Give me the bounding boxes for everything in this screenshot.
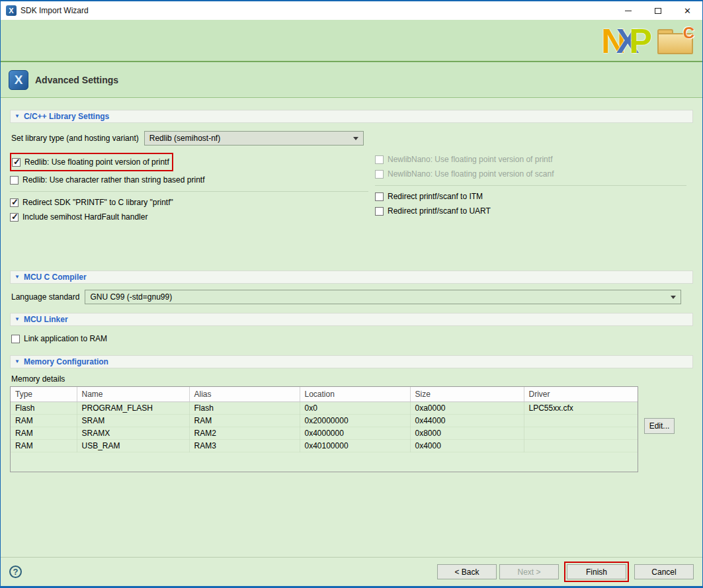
table-row[interactable]: RAMUSB_RAMRAM30x401000000x4000: [11, 439, 638, 452]
column-header-alias: Alias: [189, 387, 300, 401]
table-cell: [524, 427, 638, 439]
memory-details-label: Memory details: [11, 374, 693, 384]
table-cell: 0x40100000: [300, 439, 410, 452]
table-cell: RAM2: [189, 427, 300, 439]
language-standard-select[interactable]: GNU C99 (-std=gnu99): [85, 290, 681, 304]
table-row[interactable]: RAMSRAMXRAM20x40000000x8000: [11, 427, 638, 439]
table-cell: RAM: [189, 414, 300, 427]
separator: [375, 185, 686, 186]
checkbox-label: Redlib: Use character rather than string…: [22, 175, 204, 185]
section-title: MCU Linker: [24, 315, 68, 324]
checkbox-redirect-printf-scanf-to-uart[interactable]: Redirect printf/scanf to UART: [375, 204, 693, 218]
library-type-row: Set library type (and hosting variant) R…: [11, 131, 693, 146]
section-linker-header[interactable]: MCU Linker: [10, 313, 693, 326]
checkbox-redlib-use-character-rather-than-string-ba[interactable]: Redlib: Use character rather than string…: [10, 173, 375, 187]
collapse-triangle-icon: [15, 114, 20, 119]
checkbox-newlibnano-use-floating-point-version-of-p: NewlibNano: Use floating point version o…: [375, 152, 693, 167]
linker-checkboxes: Link application to RAM: [11, 331, 693, 346]
checkbox-redirect-sdk-printf-to-c-library-printf[interactable]: Redirect SDK "PRINTF" to C library "prin…: [10, 195, 375, 210]
section-title: MCU C Compiler: [24, 273, 87, 282]
table-cell: [524, 414, 638, 427]
next-button: Next >: [499, 564, 559, 579]
checkbox-newlibnano-use-floating-point-version-of-s: NewlibNano: Use floating point version o…: [375, 167, 693, 181]
table-header-row: TypeNameAliasLocationSizeDriver: [11, 387, 638, 401]
table-cell: LPC55xx.cfx: [524, 401, 638, 414]
section-title: Memory Configuration: [24, 357, 108, 366]
nxp-logo: N X P C: [601, 24, 694, 58]
help-button[interactable]: ?: [9, 566, 22, 578]
checkbox-label: Redirect SDK "PRINTF" to C library "prin…: [22, 198, 173, 207]
checkbox-box[interactable]: [10, 213, 19, 222]
c-folder-icon: C: [656, 25, 694, 57]
wizard-content: C/C++ Library Settings Set library type …: [1, 110, 702, 472]
table-cell: 0x20000000: [300, 414, 410, 427]
edit-button[interactable]: Edit...: [644, 418, 675, 434]
collapse-triangle-icon: [15, 317, 20, 322]
finish-button[interactable]: Finish: [567, 564, 626, 579]
close-icon: [684, 5, 691, 17]
checkbox-box[interactable]: [10, 198, 19, 207]
checkbox-box[interactable]: [375, 192, 384, 201]
checkbox-box[interactable]: [10, 176, 19, 185]
checkbox-redlib-use-floating-point-version-of-print[interactable]: Redlib: Use floating point version of pr…: [12, 155, 169, 169]
chevron-down-icon: [353, 137, 358, 140]
minimize-icon: [625, 11, 632, 11]
wizard-footer: ? < Back Next > Finish Cancel: [1, 557, 702, 586]
chevron-down-icon: [671, 296, 676, 299]
page-header: X Advanced Settings: [1, 62, 702, 98]
section-library-header[interactable]: C/C++ Library Settings: [10, 110, 693, 123]
column-header-size: Size: [410, 387, 524, 401]
section-title: C/C++ Library Settings: [24, 112, 109, 121]
table-row[interactable]: FlashPROGRAM_FLASHFlash0x00xa0000LPC55xx…: [11, 401, 638, 414]
checkbox-label: NewlibNano: Use floating point version o…: [388, 169, 554, 179]
table-cell: Flash: [189, 401, 300, 414]
footer-buttons: < Back Next > Finish Cancel: [437, 562, 694, 582]
cancel-button[interactable]: Cancel: [634, 564, 694, 579]
section-memory-header[interactable]: Memory Configuration: [10, 355, 693, 368]
table-cell: PROGRAM_FLASH: [77, 401, 189, 414]
library-type-label: Set library type (and hosting variant): [11, 134, 139, 143]
library-checkbox-grid: Redlib: Use floating point version of pr…: [10, 152, 693, 224]
separator: [10, 191, 368, 192]
checkbox-label: NewlibNano: Use floating point version o…: [388, 155, 552, 164]
back-button[interactable]: < Back: [437, 564, 497, 579]
collapse-triangle-icon: [15, 359, 20, 364]
checkbox-box[interactable]: [12, 158, 21, 167]
checkbox-box: [375, 170, 384, 179]
column-header-location: Location: [300, 387, 410, 401]
column-header-name: Name: [77, 387, 189, 401]
memory-area: TypeNameAliasLocationSizeDriver FlashPRO…: [10, 386, 693, 472]
window-controls: [613, 1, 702, 20]
checkbox-link-application-to-ram[interactable]: Link application to RAM: [11, 331, 693, 346]
page-title: Advanced Settings: [35, 75, 118, 85]
table-cell: 0x0: [300, 401, 410, 414]
question-mark-icon: ?: [13, 567, 19, 577]
checkbox-box[interactable]: [11, 335, 20, 343]
close-button[interactable]: [673, 1, 702, 20]
combo-value: Redlib (semihost-nf): [149, 134, 220, 143]
library-type-select[interactable]: Redlib (semihost-nf): [144, 131, 364, 146]
checkbox-box: [375, 155, 384, 164]
checkbox-label: Include semihost HardFault handler: [22, 212, 147, 222]
table-cell: 0x8000: [410, 427, 524, 439]
table-cell: SRAMX: [77, 427, 189, 439]
checkbox-box[interactable]: [375, 207, 384, 216]
table-cell: RAM: [11, 414, 77, 427]
section-compiler-header[interactable]: MCU C Compiler: [10, 271, 693, 284]
checkbox-label: Link application to RAM: [24, 334, 107, 343]
minimize-button[interactable]: [613, 1, 643, 20]
table-row[interactable]: RAMSRAMRAM0x200000000x44000: [11, 414, 638, 427]
checkbox-include-semihost-hardfault-handler[interactable]: Include semihost HardFault handler: [10, 210, 375, 224]
wizard-banner: N X P C: [1, 20, 702, 62]
language-standard-label: Language standard: [11, 292, 79, 302]
checkbox-label: Redlib: Use floating point version of pr…: [24, 157, 169, 167]
table-cell: RAM: [11, 439, 77, 452]
table-cell: SRAM: [77, 414, 189, 427]
language-standard-row: Language standard GNU C99 (-std=gnu99): [11, 290, 693, 304]
table-cell: USB_RAM: [77, 439, 189, 452]
table-cell: [524, 439, 638, 452]
table-cell: RAM: [11, 427, 77, 439]
nxp-letter-p: P: [629, 24, 652, 58]
checkbox-redirect-printf-scanf-to-itm[interactable]: Redirect printf/scanf to ITM: [375, 189, 693, 204]
maximize-button[interactable]: [643, 1, 673, 20]
